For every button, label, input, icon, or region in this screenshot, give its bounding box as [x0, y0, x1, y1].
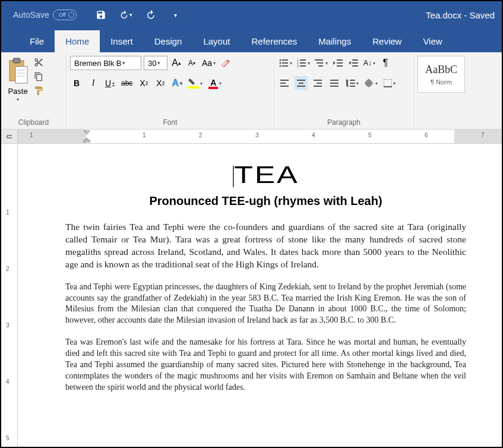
svg-rect-18: [300, 65, 306, 67]
ruler-v-num: 4: [6, 378, 10, 385]
svg-rect-37: [330, 80, 339, 81]
autosave-switch[interactable]: Off: [53, 10, 77, 20]
autosave-state: Off: [59, 12, 66, 18]
font-size-combo[interactable]: 30▾: [144, 56, 167, 70]
svg-rect-21: [318, 65, 323, 67]
svg-point-11: [280, 65, 281, 67]
tab-review[interactable]: Review: [362, 30, 412, 52]
copy-icon[interactable]: [33, 71, 44, 82]
clear-formatting-icon[interactable]: [219, 56, 232, 70]
svg-rect-1: [13, 58, 20, 63]
tab-file[interactable]: File: [19, 30, 55, 52]
paste-icon: [6, 56, 30, 86]
doc-paragraph: Tea and Tephi were Egyptian princesses, …: [65, 282, 466, 327]
svg-rect-39: [330, 86, 339, 87]
ruler-area: 1 1 2 3 4 5 6 7: [1, 130, 502, 144]
page[interactable]: TEA Pronounced TEE-ugh (rhymes with Leah…: [18, 144, 502, 447]
shrink-font-icon[interactable]: A▾: [185, 56, 198, 70]
svg-rect-16: [300, 62, 306, 64]
qat-more-icon[interactable]: ▾: [169, 8, 182, 21]
style-normal[interactable]: AaBbC ¶ Norm: [417, 56, 465, 93]
svg-rect-23: [337, 62, 343, 64]
justify-icon[interactable]: [328, 76, 341, 90]
svg-rect-6: [188, 86, 199, 89]
horizontal-ruler[interactable]: 1 1 2 3 4 5 6 7: [18, 130, 502, 144]
svg-rect-46: [7, 137, 12, 138]
tab-insert[interactable]: Insert: [100, 30, 144, 52]
vertical-ruler[interactable]: 1 2 3 4 5: [1, 144, 18, 447]
underline-button[interactable]: U: [103, 76, 116, 90]
svg-rect-45: [7, 135, 12, 136]
bullets-icon[interactable]: [278, 56, 293, 70]
cut-icon[interactable]: [33, 57, 44, 68]
svg-rect-40: [350, 80, 355, 81]
tab-home[interactable]: Home: [55, 30, 100, 52]
svg-rect-2: [15, 67, 27, 83]
undo-icon[interactable]: ▾: [119, 8, 132, 21]
shading-icon[interactable]: [363, 76, 379, 90]
svg-point-7: [280, 59, 281, 61]
svg-rect-22: [337, 59, 343, 61]
font-name-combo[interactable]: Bremen Blk B▾: [70, 56, 141, 70]
svg-rect-25: [352, 59, 358, 61]
ribbon: Paste ▾ Clipboard Bremen Blk B▾ 30▾ A▴: [1, 52, 502, 130]
sort-icon[interactable]: A↓: [362, 56, 377, 70]
ruler-num: 3: [255, 132, 259, 138]
save-icon[interactable]: [94, 8, 107, 21]
svg-rect-8: [282, 59, 288, 61]
group-clipboard: Paste ▾ Clipboard: [1, 52, 67, 129]
line-spacing-icon[interactable]: [344, 76, 360, 90]
subscript-button[interactable]: X2: [137, 76, 150, 90]
ruler-v-num: 3: [6, 322, 10, 329]
bold-button[interactable]: B: [70, 76, 83, 90]
svg-rect-27: [352, 65, 358, 67]
doc-paragraph: The twin fairies Tea and Tephi were the …: [65, 221, 466, 271]
paste-button[interactable]: Paste ▾: [5, 55, 31, 108]
decrease-indent-icon[interactable]: [331, 56, 344, 70]
svg-point-9: [280, 62, 281, 64]
toggle-knob: [68, 12, 74, 18]
borders-icon[interactable]: [382, 76, 397, 90]
svg-rect-38: [330, 83, 339, 84]
ruler-num: 1: [143, 132, 146, 138]
doc-subtitle: Pronounced TEE-ugh (rhymes with Leah): [65, 194, 466, 208]
window-title: Tea.docx - Saved: [426, 10, 496, 20]
tab-references[interactable]: References: [241, 30, 308, 52]
numbering-icon[interactable]: 123: [296, 56, 311, 70]
ruler-corner[interactable]: [1, 130, 18, 144]
highlight-icon[interactable]: [187, 76, 204, 90]
italic-button[interactable]: I: [87, 76, 100, 90]
ruler-num: 5: [368, 132, 372, 138]
doc-paragraph: Tea was Eremon's last wife and the names…: [65, 337, 466, 393]
superscript-button[interactable]: X2: [154, 76, 167, 90]
show-marks-icon[interactable]: ¶: [379, 56, 392, 70]
font-color-icon[interactable]: A: [207, 76, 223, 90]
align-right-icon[interactable]: [311, 76, 324, 90]
align-center-icon[interactable]: [295, 76, 308, 90]
change-case-icon[interactable]: Aa: [201, 56, 217, 70]
group-styles: AaBbC ¶ Norm: [414, 52, 502, 129]
svg-rect-33: [297, 86, 305, 87]
tab-mailings[interactable]: Mailings: [308, 30, 362, 52]
svg-rect-35: [317, 83, 322, 84]
text-effects-icon[interactable]: A: [170, 76, 184, 90]
svg-rect-20: [317, 62, 323, 64]
multilevel-list-icon[interactable]: [314, 56, 329, 70]
format-painter-icon[interactable]: [33, 86, 44, 96]
tab-view[interactable]: View: [412, 30, 453, 52]
indent-marker[interactable]: [83, 130, 90, 143]
tab-layout[interactable]: Layout: [192, 30, 241, 52]
strikethrough-button[interactable]: abc: [120, 76, 134, 90]
svg-rect-19: [315, 59, 323, 61]
align-left-icon[interactable]: [278, 76, 291, 90]
increase-indent-icon[interactable]: [347, 56, 360, 70]
ruler-num: 2: [199, 132, 203, 138]
ruler-v-num: 2: [6, 266, 10, 272]
redo-icon[interactable]: [144, 8, 157, 21]
autosave-toggle-group[interactable]: AutoSave Off: [13, 10, 77, 20]
grow-font-icon[interactable]: A▴: [170, 56, 183, 70]
svg-rect-24: [337, 65, 343, 67]
svg-rect-12: [282, 65, 288, 67]
tab-design[interactable]: Design: [144, 30, 193, 52]
autosave-label: AutoSave: [13, 10, 49, 20]
